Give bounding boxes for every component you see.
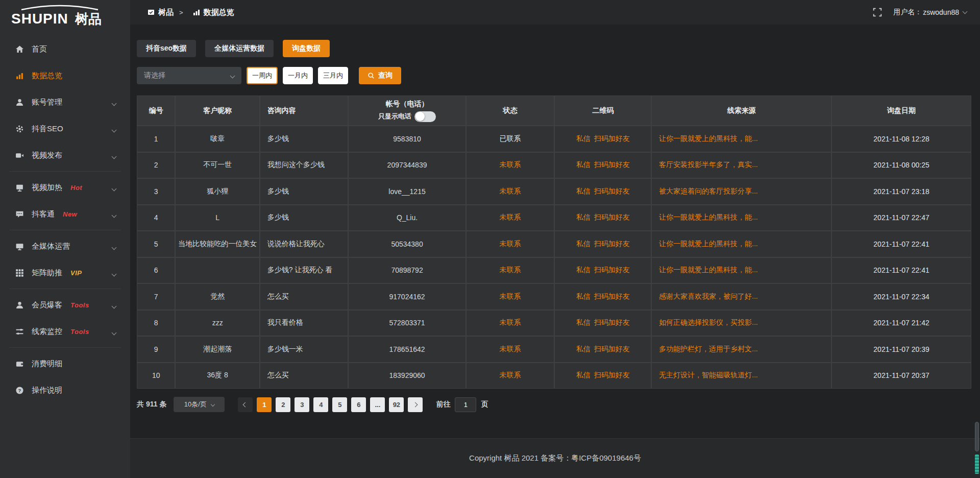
- page-button-1[interactable]: 1: [257, 397, 272, 412]
- status-text: 未联系: [467, 205, 554, 231]
- new-badge: New: [63, 210, 77, 218]
- breadcrumb-home[interactable]: 树品: [158, 8, 174, 17]
- range-quarter-button[interactable]: 三月内: [318, 67, 348, 84]
- lead-source-link[interactable]: 让你一眼就爱上的黑科技，能...: [659, 240, 758, 249]
- col-header-content: 咨询内容: [260, 96, 348, 125]
- scan-add-friend-link[interactable]: 扫码加好友: [594, 318, 630, 327]
- scan-add-friend-link[interactable]: 扫码加好友: [594, 187, 630, 196]
- page-size-select[interactable]: 10条/页: [174, 397, 225, 412]
- scan-add-friend-link[interactable]: 扫码加好友: [594, 240, 630, 249]
- sidebar-item-account-management[interactable]: 账号管理: [0, 89, 130, 115]
- filter-select[interactable]: 请选择: [137, 67, 241, 84]
- phone-only-toggle[interactable]: [414, 111, 436, 122]
- goto-unit: 页: [481, 400, 488, 409]
- inquiry-date: 2021-11-07 22:41: [832, 231, 971, 257]
- sidebar-item-video-publish[interactable]: 视频发布: [0, 142, 130, 169]
- inquiry-table: 编号 客户昵称 咨询内容 帐号（电话） 只显示电话 状态 二维码 线索来源 询盘…: [137, 95, 971, 389]
- scan-add-friend-link[interactable]: 扫码加好友: [594, 160, 630, 170]
- sidebar-item-instructions[interactable]: ? 操作说明: [0, 377, 130, 403]
- scan-add-friend-link[interactable]: 扫码加好友: [594, 134, 630, 144]
- lead-source-link[interactable]: 被大家追着问的客厅投影分享...: [659, 187, 758, 196]
- sidebar-item-label: 矩阵助推: [32, 268, 62, 278]
- fullscreen-icon[interactable]: [873, 8, 882, 17]
- sidebar: SHUPIN 树品 首页 数据总览 账号管理: [0, 0, 130, 478]
- shupin-logo: SHUPIN 树品: [0, 0, 130, 32]
- private-message-link[interactable]: 私信: [576, 134, 591, 144]
- page-button-2[interactable]: 2: [276, 397, 290, 412]
- lead-source-cell: 感谢大家喜欢我家，被问了好...: [652, 284, 831, 309]
- private-message-link[interactable]: 私信: [576, 318, 591, 327]
- sidebar-item-label: 抖客通: [32, 209, 55, 219]
- inquiry-date: 2021-11-08 12:28: [832, 126, 971, 152]
- table-row: 4 L 多少钱 Q_Liu. 未联系 私信 扫码加好友 让你一眼就爱上的黑科技，…: [137, 205, 971, 231]
- col-header-nickname: 客户昵称: [176, 96, 259, 125]
- member-icon: [15, 301, 24, 309]
- customer-nickname: 狐小狸: [176, 179, 259, 204]
- breadcrumb-chart-icon: [193, 9, 200, 16]
- private-message-link[interactable]: 私信: [576, 266, 591, 275]
- prev-page-button[interactable]: [238, 397, 253, 412]
- private-message-link[interactable]: 私信: [576, 187, 591, 196]
- lead-source-link[interactable]: 客厅安装投影半年多了，真实...: [659, 160, 758, 170]
- lead-source-link[interactable]: 让你一眼就爱上的黑科技，能...: [659, 134, 758, 144]
- private-message-link[interactable]: 私信: [576, 240, 591, 249]
- status-text: 未联系: [467, 231, 554, 257]
- user-menu[interactable]: 用户名：zswodun88: [893, 8, 967, 17]
- lead-source-link[interactable]: 让你一眼就爱上的黑科技，能...: [659, 213, 758, 222]
- search-button[interactable]: 查询: [359, 67, 401, 84]
- row-number: 7: [137, 284, 175, 309]
- range-month-button[interactable]: 一月内: [283, 67, 313, 84]
- scrollbar-thumb[interactable]: [975, 422, 979, 451]
- scan-add-friend-link[interactable]: 扫码加好友: [594, 292, 630, 301]
- goto-page-input[interactable]: [455, 397, 476, 412]
- table-row: 2 不可一世 我想问这个多少钱 2097344839 未联系 私信 扫码加好友 …: [137, 153, 971, 178]
- table-row: 8 zzz 我只看价格 572803371 未联系 私信 扫码加好友 如何正确选…: [137, 310, 971, 336]
- page-button-6[interactable]: 6: [351, 397, 366, 412]
- page-button-5[interactable]: 5: [332, 397, 347, 412]
- page-ellipsis-button[interactable]: ...: [370, 397, 385, 412]
- tab-inquiry-data[interactable]: 询盘数据: [283, 40, 330, 57]
- page-button-4[interactable]: 4: [313, 397, 328, 412]
- scan-add-friend-link[interactable]: 扫码加好友: [594, 213, 630, 222]
- inquiry-date: 2021-11-07 23:18: [832, 179, 971, 204]
- sidebar-item-lead-monitoring[interactable]: 线索监控 Tools: [0, 318, 130, 345]
- page-button-3[interactable]: 3: [295, 397, 309, 412]
- lead-source-link[interactable]: 无主灯设计，智能磁吸轨道灯...: [659, 371, 758, 380]
- sidebar-item-data-overview[interactable]: 数据总览: [0, 62, 130, 89]
- sidebar-item-video-heat[interactable]: 视频加热 Hot: [0, 174, 130, 201]
- tab-douyin-seo-data[interactable]: 抖音seo数据: [137, 40, 196, 57]
- user-label: 用户名：: [893, 8, 922, 17]
- tab-omnimedia-data[interactable]: 全媒体运营数据: [205, 40, 274, 57]
- private-message-link[interactable]: 私信: [576, 213, 591, 222]
- sidebar-item-spending-details[interactable]: 消费明细: [0, 350, 130, 377]
- sidebar-item-omnimedia-operation[interactable]: 全媒体运营: [0, 233, 130, 259]
- private-message-link[interactable]: 私信: [576, 160, 591, 170]
- lead-source-link[interactable]: 让你一眼就爱上的黑科技，能...: [659, 266, 758, 275]
- scan-add-friend-link[interactable]: 扫码加好友: [594, 371, 630, 380]
- lead-source-link[interactable]: 感谢大家喜欢我家，被问了好...: [659, 292, 758, 301]
- lead-source-cell: 无主灯设计，智能磁吸轨道灯...: [652, 363, 831, 389]
- lead-source-link[interactable]: 如何正确选择投影仪，买投影...: [659, 318, 758, 327]
- table-row: 10 36度 8 怎么买 183929060 未联系 私信 扫码加好友 无主灯设…: [137, 363, 971, 389]
- private-message-link[interactable]: 私信: [576, 345, 591, 354]
- row-number: 3: [137, 179, 175, 204]
- sidebar-item-label: 账号管理: [32, 98, 62, 107]
- sidebar-item-member-leads[interactable]: 会员爆客 Tools: [0, 292, 130, 318]
- page-button-92[interactable]: 92: [389, 397, 404, 412]
- sidebar-item-label: 抖音SEO: [32, 124, 63, 134]
- private-message-link[interactable]: 私信: [576, 371, 591, 380]
- inquiry-content: 怎么买: [260, 363, 348, 389]
- next-page-button[interactable]: [408, 397, 423, 412]
- sidebar-item-douketong[interactable]: 抖客通 New: [0, 201, 130, 227]
- range-week-button[interactable]: 一周内: [247, 67, 278, 84]
- sidebar-item-douyin-seo[interactable]: 抖音SEO: [0, 115, 130, 142]
- lead-source-link[interactable]: 多功能护栏灯，适用于乡村文...: [659, 345, 758, 354]
- sidebar-item-matrix-boost[interactable]: 矩阵助推 VIP: [0, 259, 130, 286]
- sidebar-item-home[interactable]: 首页: [0, 36, 130, 62]
- status-text: 未联系: [467, 153, 554, 178]
- scan-add-friend-link[interactable]: 扫码加好友: [594, 345, 630, 354]
- phone-only-label: 只显示电话: [378, 112, 411, 121]
- scan-add-friend-link[interactable]: 扫码加好友: [594, 266, 630, 275]
- private-message-link[interactable]: 私信: [576, 292, 591, 301]
- menu-divider: [9, 171, 121, 172]
